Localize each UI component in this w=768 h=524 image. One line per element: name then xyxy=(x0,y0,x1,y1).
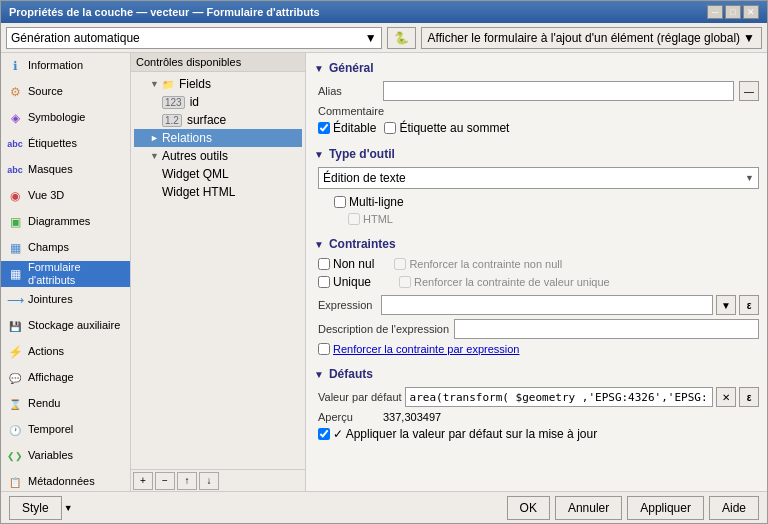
renforcer-expr-checkbox-item[interactable]: Renforcer la contrainte par expression xyxy=(318,343,519,355)
tree-item-surface[interactable]: 1.2 surface xyxy=(134,111,302,129)
renforcer-unique-checkbox-item[interactable]: Renforcer la contrainte de valeur unique xyxy=(399,275,610,289)
html-checkbox-item[interactable]: HTML xyxy=(348,213,393,225)
sidebar-item-symbologie[interactable]: ◈ Symbologie xyxy=(1,105,130,131)
tree-item-widget-qml[interactable]: Widget QML xyxy=(134,165,302,183)
renforcer-non-nul-checkbox[interactable] xyxy=(394,258,406,270)
title-bar: Propriétés de la couche — vecteur — Form… xyxy=(1,1,767,23)
valeur-clear-btn[interactable]: ✕ xyxy=(716,387,736,407)
renforcer-expr-label[interactable]: Renforcer la contrainte par expression xyxy=(333,343,519,355)
tree-item-widget-html[interactable]: Widget HTML xyxy=(134,183,302,201)
multiligne-checkbox-item[interactable]: Multi-ligne xyxy=(334,195,404,209)
sidebar-item-rendu[interactable]: ⌛ Rendu xyxy=(1,391,130,417)
apercu-label: Aperçu xyxy=(318,411,378,423)
fields-folder-icon: 📁 xyxy=(162,79,174,90)
maximize-button[interactable]: □ xyxy=(725,5,741,19)
sidebar-item-champs[interactable]: ▦ Champs xyxy=(1,235,130,261)
sidebar-label-information: Information xyxy=(28,59,83,72)
sidebar-item-vue3d[interactable]: ◉ Vue 3D xyxy=(1,183,130,209)
alias-label: Alias xyxy=(318,85,378,97)
renforcer-non-nul-checkbox-item[interactable]: Renforcer la contrainte non null xyxy=(394,257,562,271)
sidebar-item-source[interactable]: ⚙ Source xyxy=(1,79,130,105)
renforcer-unique-checkbox[interactable] xyxy=(399,276,411,288)
valeur-input[interactable] xyxy=(405,387,713,407)
minimize-button[interactable]: ─ xyxy=(707,5,723,19)
ok-button[interactable]: OK xyxy=(507,496,550,520)
appliquer-button[interactable]: Appliquer xyxy=(627,496,704,520)
generation-dropdown[interactable]: Génération automatique ▼ xyxy=(6,27,382,49)
renforcer-expr-checkbox[interactable] xyxy=(318,343,330,355)
sidebar-label-symbologie: Symbologie xyxy=(28,111,85,124)
expression-epsilon-btn[interactable]: ε xyxy=(739,295,759,315)
etiquette-checkbox[interactable] xyxy=(384,122,396,134)
defauts-section: ▼ Défauts Valeur par défaut ✕ ε Aperçu 3… xyxy=(314,367,759,445)
contraintes-title: Contraintes xyxy=(329,237,396,251)
sidebar-item-actions[interactable]: ⚡ Actions xyxy=(1,339,130,365)
tree-area: ▼ 📁 Fields 123 id 1.2 surface ► Relation… xyxy=(131,72,305,469)
tree-up-button[interactable]: ↑ xyxy=(177,472,197,490)
editable-checkbox-item[interactable]: Éditable xyxy=(318,121,376,135)
masques-icon: abc xyxy=(7,162,23,178)
appliquer-checkbox-item[interactable]: ✓ Appliquer la valeur par défaut sur la … xyxy=(318,427,597,441)
sidebar-item-metadonnees[interactable]: 📋 Métadonnées xyxy=(1,469,130,491)
sidebar-item-temporel[interactable]: 🕐 Temporel xyxy=(1,417,130,443)
sidebar-item-variables[interactable]: ❮❯ Variables xyxy=(1,443,130,469)
type-outil-arrow: ▼ xyxy=(314,149,324,160)
editable-label: Éditable xyxy=(333,121,376,135)
type-outil-section-header: ▼ Type d'outil xyxy=(314,147,759,161)
tree-remove-button[interactable]: − xyxy=(155,472,175,490)
tree-item-fields[interactable]: ▼ 📁 Fields xyxy=(134,75,302,93)
tree-add-button[interactable]: + xyxy=(133,472,153,490)
defauts-content: Valeur par défaut ✕ ε Aperçu 337,303497 … xyxy=(318,387,759,441)
tree-item-id[interactable]: 123 id xyxy=(134,93,302,111)
editable-checkbox[interactable] xyxy=(318,122,330,134)
expression-dropdown-btn[interactable]: ▼ xyxy=(716,295,736,315)
contraintes-checkboxes-row: Non nul Renforcer la contrainte non null xyxy=(318,257,759,271)
sidebar-item-jointures[interactable]: ⟶ Jointures xyxy=(1,287,130,313)
appliquer-checkbox[interactable] xyxy=(318,428,330,440)
defauts-arrow: ▼ xyxy=(314,369,324,380)
tree-down-button[interactable]: ↓ xyxy=(199,472,219,490)
close-button[interactable]: ✕ xyxy=(743,5,759,19)
etiquette-checkbox-item[interactable]: Étiquette au sommet xyxy=(384,121,509,135)
type-outil-dropdown[interactable]: Édition de texte ▼ xyxy=(318,167,759,189)
tree-item-relations[interactable]: ► Relations xyxy=(134,129,302,147)
sidebar-item-stockage[interactable]: 💾 Stockage auxiliaire xyxy=(1,313,130,339)
appliquer-row: ✓ Appliquer la valeur par défaut sur la … xyxy=(318,427,759,441)
annuler-button[interactable]: Annuler xyxy=(555,496,622,520)
sidebar-label-stockage: Stockage auxiliaire xyxy=(28,319,120,332)
generation-dropdown-value: Génération automatique xyxy=(11,31,140,45)
sidebar-item-masques[interactable]: abc Masques xyxy=(1,157,130,183)
non-nul-checkbox-item[interactable]: Non nul xyxy=(318,257,374,271)
non-nul-checkbox[interactable] xyxy=(318,258,330,270)
valeur-label: Valeur par défaut xyxy=(318,391,402,403)
sidebar-item-information[interactable]: ℹ Information xyxy=(1,53,130,79)
tree-item-autres-outils[interactable]: ▼ Autres outils xyxy=(134,147,302,165)
alias-clear-button[interactable]: — xyxy=(739,81,759,101)
jointures-icon: ⟶ xyxy=(7,292,23,308)
alias-input[interactable] xyxy=(383,81,734,101)
sidebar-item-formulaire[interactable]: ▦ Formulaire d'attributs xyxy=(1,261,130,287)
unique-checkbox[interactable] xyxy=(318,276,330,288)
right-panel: ▼ Général Alias — Commentaire xyxy=(306,53,767,491)
sidebar-item-affichage[interactable]: 💬 Affichage xyxy=(1,365,130,391)
general-section: ▼ Général Alias — Commentaire xyxy=(314,61,759,139)
etiquettes-icon: abc xyxy=(7,136,23,152)
sidebar-label-etiquettes: Étiquettes xyxy=(28,137,77,150)
unique-checkbox-item[interactable]: Unique xyxy=(318,275,371,289)
id-type-icon: 123 xyxy=(162,96,185,109)
actions-icon: ⚡ xyxy=(7,344,23,360)
html-checkbox[interactable] xyxy=(348,213,360,225)
desc-expression-input[interactable] xyxy=(454,319,759,339)
style-button[interactable]: Style xyxy=(9,496,62,520)
afficher-button[interactable]: Afficher le formulaire à l'ajout d'un él… xyxy=(421,27,762,49)
sidebar-label-source: Source xyxy=(28,85,63,98)
sidebar-item-diagrammes[interactable]: ▣ Diagrammes xyxy=(1,209,130,235)
main-content: ℹ Information ⚙ Source ◈ Symbologie abc … xyxy=(1,53,767,491)
python-button[interactable]: 🐍 xyxy=(387,27,416,49)
valeur-epsilon-btn[interactable]: ε xyxy=(739,387,759,407)
expression-input[interactable] xyxy=(381,295,713,315)
commentaire-row: Commentaire xyxy=(318,105,759,117)
sidebar-item-etiquettes[interactable]: abc Étiquettes xyxy=(1,131,130,157)
aide-button[interactable]: Aide xyxy=(709,496,759,520)
multiligne-checkbox[interactable] xyxy=(334,196,346,208)
